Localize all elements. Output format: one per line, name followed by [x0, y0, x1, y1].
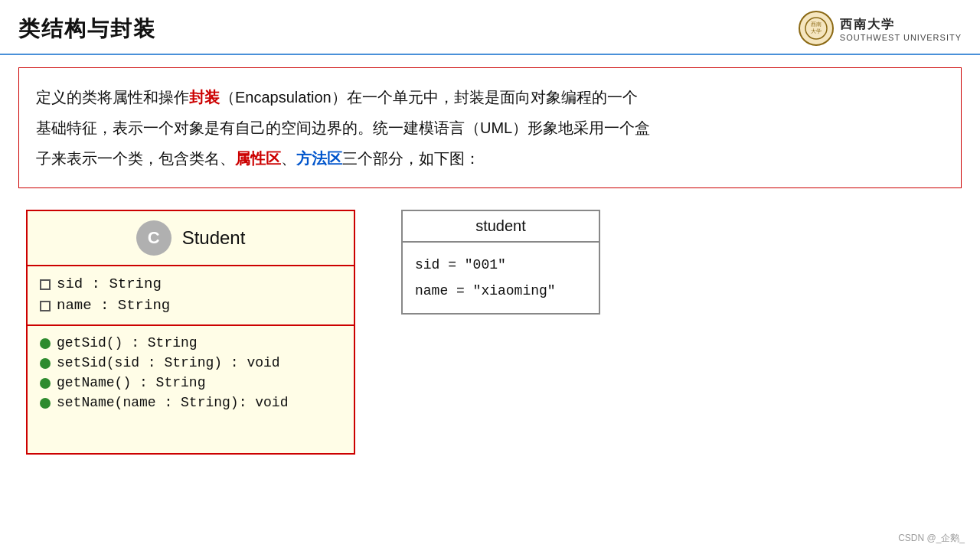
method-row-getSid: getSid() : String: [40, 335, 341, 350]
method-row-setSid: setSid(sid : String) : void: [40, 355, 341, 370]
attribute-row-sid: sid : String: [40, 276, 341, 292]
object-body: sid = "001" name = "xiaoming": [403, 243, 599, 313]
logo-circle: 西南 大学: [799, 11, 834, 46]
method-dot-getName: [40, 378, 51, 389]
attribute-row-name: name : String: [40, 297, 341, 314]
object-field-name: name = "xiaoming": [415, 278, 586, 304]
uml-class-header: C Student: [28, 211, 354, 266]
attribute-icon-sid: [40, 279, 51, 290]
footer: CSDN @_企鹅_: [898, 532, 965, 545]
uml-attributes-section: sid : String name : String: [28, 266, 354, 326]
desc-line1-pre: 定义的类将属性和操作: [36, 89, 189, 106]
desc-line3-post: 三个部分，如下图：: [342, 150, 480, 167]
description-box: 定义的类将属性和操作封装（Encapsulation）在一个单元中，封装是面向对…: [18, 67, 962, 188]
desc-attr-highlight: 属性区: [235, 150, 281, 167]
desc-line2: 基础特征，表示一个对象是有自己的空间边界的。统一建模语言（UML）形象地采用一个…: [36, 119, 650, 136]
header: 类结构与封装 西南 大学 西南大学 SOUTHWEST UNIVERSITY: [0, 0, 980, 55]
attribute-sid-label: sid : String: [57, 276, 162, 292]
method-dot-getSid: [40, 338, 51, 349]
method-getSid-label: getSid() : String: [57, 335, 198, 350]
desc-line3-pre: 子来表示一个类，包含类名、: [36, 150, 235, 167]
university-subtitle: SOUTHWEST UNIVERSITY: [840, 33, 962, 42]
main-content: 定义的类将属性和操作封装（Encapsulation）在一个单元中，封装是面向对…: [0, 67, 980, 455]
desc-highlight-encapsulation: 封装: [189, 89, 220, 106]
method-setName-label: setName(name : String): void: [57, 395, 288, 410]
desc-line1-mid: （Encapsulation）在一个单元中，封装是面向对象编程的一个: [220, 89, 638, 106]
attribute-name-label: name : String: [57, 297, 170, 314]
method-setSid-label: setSid(sid : String) : void: [57, 355, 280, 370]
method-getName-label: getName() : String: [57, 375, 205, 390]
footer-text: CSDN @_企鹅_: [898, 533, 965, 543]
class-c-icon: C: [136, 220, 172, 256]
uml-methods-section: getSid() : String setSid(sid : String) :…: [28, 326, 354, 421]
svg-text:西南: 西南: [811, 21, 822, 28]
method-row-setName: setName(name : String): void: [40, 395, 341, 410]
diagrams-row: C Student sid : String name : String: [18, 210, 962, 455]
object-field-sid: sid = "001": [415, 252, 586, 278]
logo-area: 西南 大学 西南大学 SOUTHWEST UNIVERSITY: [799, 11, 962, 47]
object-header: student: [403, 211, 599, 243]
university-seal-icon: 西南 大学: [804, 16, 828, 41]
method-dot-setSid: [40, 358, 51, 369]
university-name: 西南大学: [840, 17, 962, 33]
svg-text:大学: 大学: [811, 28, 822, 34]
page-title: 类结构与封装: [18, 15, 156, 44]
class-name: Student: [182, 227, 246, 249]
method-dot-setName: [40, 398, 51, 409]
attribute-icon-name: [40, 301, 51, 311]
uml-class-diagram: C Student sid : String name : String: [26, 210, 355, 455]
object-diagram: student sid = "001" name = "xiaoming": [401, 210, 600, 315]
desc-sep: 、: [281, 150, 296, 167]
method-row-getName: getName() : String: [40, 375, 341, 390]
desc-method-highlight: 方法区: [296, 150, 342, 167]
